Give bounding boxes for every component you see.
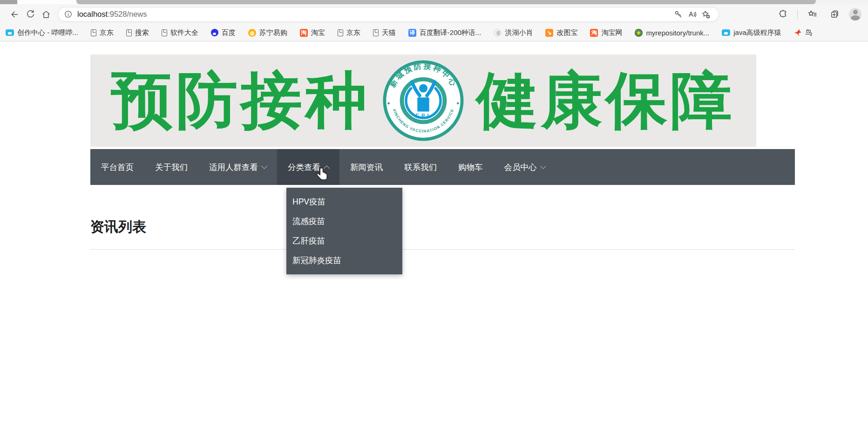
category-dropdown-menu: HPV疫苗 流感疫苗 乙肝疫苗 新冠肺炎疫苗 [286, 188, 402, 274]
bookmark-item[interactable]: 洪湖小肖 [494, 28, 533, 37]
bookmark-item[interactable]: 淘 淘宝 [300, 28, 325, 37]
bookmark-label: 苏宁易购 [259, 28, 287, 37]
dropdown-item[interactable]: HPV疫苗 [286, 192, 402, 211]
bookmark-item[interactable]: 创作中心 - 哔哩哔... [6, 28, 78, 37]
bookmark-item[interactable]: 译 百度翻译-200种语... [408, 28, 481, 37]
bookmark-item[interactable]: 鸟 [794, 28, 812, 37]
site-info-icon[interactable] [64, 10, 73, 19]
bookmark-item[interactable]: ↘ 改图宝 [545, 28, 577, 37]
toolbar-right-cluster [775, 7, 861, 22]
key-icon [674, 10, 683, 19]
bookmark-label: 京东 [346, 28, 360, 37]
dropdown-item-label: 新冠肺炎疫苗 [292, 256, 341, 265]
dropdown-item[interactable]: 乙肝疫苗 [286, 231, 402, 251]
bookmark-item[interactable]: java高级程序猿 [722, 28, 781, 37]
bookmark-item[interactable]: 软件大全 [162, 28, 198, 37]
home-button[interactable] [38, 7, 54, 22]
window-corner [0, 0, 17, 4]
bookmarks-bar: 创作中心 - 哔哩哔... 京东 搜索 软件大全 百度 苏宁易购 淘 淘宝 京东… [0, 24, 868, 41]
vaccination-center-logo: 新城预防接种中心 XINCHENG VACCINATION CERVICE EP… [382, 60, 464, 142]
dropdown-item[interactable]: 流感疫苗 [286, 211, 402, 231]
gaitubao-icon: ↘ [545, 29, 553, 37]
toolbar-divider [797, 10, 798, 19]
bookmark-label: myrepository/trunk... [646, 29, 709, 37]
bookmark-item[interactable]: myrepository/trunk... [635, 29, 709, 37]
nav-item-label: 平台首页 [101, 162, 134, 173]
baidu-translate-icon: 译 [408, 29, 416, 37]
banner-right-text: 健康保障 [476, 70, 735, 131]
nav-item[interactable]: 分类查看 [277, 149, 339, 185]
extensions-icon [778, 9, 788, 19]
banner-left-text: 预防接种 [111, 70, 370, 131]
bookmark-label: 软件大全 [170, 28, 198, 37]
bilibili-icon [722, 29, 730, 36]
nav-item[interactable]: 新闻资讯 [339, 149, 393, 185]
page-icon [126, 29, 132, 36]
baidu-paw-icon [211, 29, 218, 36]
bookmark-label: 京东 [100, 28, 114, 37]
dropdown-item-label: 乙肝疫苗 [292, 236, 325, 245]
page-title: 资讯列表 [90, 218, 146, 237]
dropdown-item-label: HPV疫苗 [292, 197, 326, 206]
bookmark-item[interactable]: 京东 [91, 28, 114, 37]
browser-toolbar: localhost:9528/news [0, 4, 868, 24]
favorites-button[interactable] [804, 7, 820, 22]
site-banner: 预防接种 新城预防接种中心 XINCHENG VACCINATION CERVI… [90, 54, 756, 147]
password-button[interactable] [671, 7, 685, 22]
read-aloud-icon [687, 10, 697, 19]
nav-item-label: 联系我们 [404, 162, 437, 173]
bookmark-item[interactable]: 苏宁易购 [248, 28, 287, 37]
bookmark-label: 改图宝 [556, 28, 577, 37]
home-icon [41, 10, 51, 19]
refresh-icon [26, 10, 35, 19]
bilibili-icon [6, 29, 14, 36]
nav-item-label: 购物车 [458, 162, 483, 173]
nav-item[interactable]: 关于我们 [144, 149, 198, 185]
refresh-button[interactable] [22, 7, 38, 22]
divider-rule [90, 249, 795, 250]
bookmark-item[interactable]: 天猫 [373, 28, 396, 37]
bookmark-label: java高级程序猿 [733, 28, 781, 37]
nav-item[interactable]: 平台首页 [90, 149, 144, 185]
bird-icon [794, 29, 802, 37]
add-favorite-icon [701, 10, 711, 19]
url-text[interactable]: localhost:9528/news [77, 10, 147, 19]
nav-item-label: 适用人群查看 [209, 162, 258, 173]
bookmark-label: 百度翻译-200种语... [420, 28, 481, 37]
browser-window: localhost:9528/news [0, 0, 868, 436]
bookmark-item[interactable]: 搜索 [126, 28, 149, 37]
bookmark-label: 创作中心 - 哔哩哔... [17, 28, 78, 37]
swan-icon [494, 29, 502, 37]
bookmark-item[interactable]: 淘 淘宝网 [590, 28, 622, 37]
extensions-button[interactable] [775, 7, 791, 22]
nav-item[interactable]: 购物车 [448, 149, 494, 185]
bookmark-label: 洪湖小肖 [505, 28, 533, 37]
nav-item-label: 新闻资讯 [350, 162, 383, 173]
bookmark-item[interactable]: 百度 [211, 28, 236, 37]
page-icon [162, 29, 167, 36]
bookmark-label: 淘宝网 [601, 28, 622, 37]
address-bar[interactable]: localhost:9528/news [58, 7, 719, 22]
collections-icon [830, 9, 840, 19]
bookmark-item[interactable]: 京东 [338, 28, 360, 37]
add-favorite-button[interactable] [699, 7, 713, 22]
dropdown-item[interactable]: 新冠肺炎疫苗 [286, 251, 402, 270]
back-button[interactable] [7, 7, 22, 22]
tab-strip-background [76, 0, 816, 4]
collections-button[interactable] [827, 7, 842, 22]
nav-item-label: 关于我们 [155, 162, 188, 173]
taobao-icon: 淘 [300, 29, 308, 37]
chevron-icon [261, 163, 267, 169]
nav-item-label: 分类查看 [288, 162, 320, 173]
active-tab[interactable] [17, 0, 76, 4]
suning-lion-icon [248, 29, 256, 37]
nav-item[interactable]: 适用人群查看 [198, 149, 277, 185]
main-navigation: 平台首页 关于我们 适用人群查看 分类查看 新闻资讯 联系我们 购物车 会员中心 [90, 149, 795, 185]
nav-item-label: 会员中心 [504, 162, 537, 173]
read-aloud-button[interactable] [685, 7, 699, 22]
nav-item[interactable]: 会员中心 [494, 149, 556, 185]
page-icon [373, 29, 379, 36]
nav-item[interactable]: 联系我们 [393, 149, 448, 185]
bookmark-label: 天猫 [382, 28, 396, 37]
profile-avatar[interactable] [849, 8, 861, 20]
